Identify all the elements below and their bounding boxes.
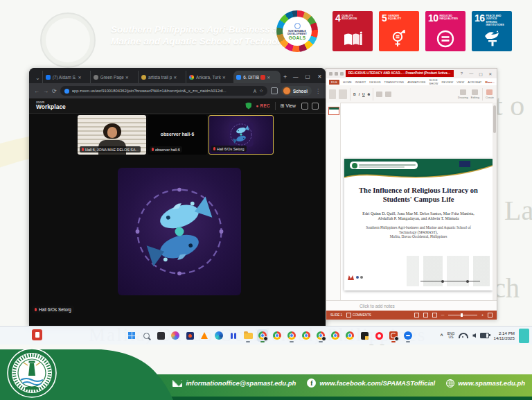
browser-tab-3[interactable]: artista trail p ✕ [138, 71, 186, 83]
wifi-icon[interactable] [459, 333, 468, 338]
chrome-profile-2-icon[interactable] [286, 329, 297, 342]
list-icon[interactable] [385, 92, 391, 97]
participant-tile-hall6-active[interactable]: Hall 6/Os Setorg [209, 115, 274, 155]
ribbon-tab-view[interactable]: VIEW [456, 80, 464, 84]
ppt-minimize-button[interactable]: — [468, 71, 475, 76]
browser-tab-5-active[interactable]: 6. DITIB ✕ [233, 71, 281, 83]
undo-icon[interactable] [335, 72, 338, 76]
ribbon-tab-animations[interactable]: ANIMATIONS [407, 80, 425, 84]
align-icon[interactable] [376, 92, 382, 97]
file-explorer-icon[interactable] [242, 329, 254, 342]
browser-tab-1[interactable]: (7) Aldam S. ✕ [42, 71, 90, 83]
slide-thumbnail-1[interactable]: 1 [328, 107, 339, 115]
tray-chevron-icon[interactable]: ^ [441, 333, 443, 338]
comments-button[interactable]: COMMENTS [346, 313, 371, 318]
new-tab-button[interactable]: + [281, 73, 290, 80]
powerpoint-taskbar-icon[interactable] [388, 329, 399, 342]
bold-button[interactable]: B [353, 92, 356, 96]
view-button[interactable]: ⊞ View [281, 103, 296, 109]
strikethrough-button[interactable]: S [368, 92, 370, 96]
opera-icon[interactable] [373, 329, 384, 342]
ribbon-tab-slideshow[interactable]: SLIDE SHOW [429, 78, 438, 85]
clock[interactable]: 2:14 PM 14/11/2025 [493, 331, 515, 341]
chrome-profile-5-icon[interactable] [330, 329, 341, 342]
slide-title[interactable]: The Influence of Religious Literacy on S… [344, 186, 493, 204]
italic-button[interactable]: I [359, 92, 360, 96]
chrome-profile-4-icon[interactable] [315, 329, 326, 342]
security-shield-icon[interactable] [245, 103, 251, 110]
zoom-slider-knob[interactable] [461, 313, 463, 317]
browser-maximize-button[interactable]: ▢ [301, 73, 313, 80]
zoom-in-button[interactable]: + [481, 313, 484, 317]
browser-menu-kebab-icon[interactable]: ⋮ [315, 88, 321, 94]
scrollbar-thumb[interactable] [493, 105, 496, 133]
new-slide-icon[interactable] [339, 89, 347, 99]
clipchamp-icon[interactable] [170, 329, 181, 342]
zoom-out-button[interactable]: — [441, 313, 445, 317]
ppt-close-button[interactable]: ✕ [486, 71, 494, 76]
save-icon[interactable] [329, 72, 332, 76]
language-indicator[interactable]: ENG US [447, 332, 455, 340]
footer-facebook[interactable]: f www.facebook.com/SPAMASTofficial [307, 379, 435, 388]
reload-button[interactable]: ⟳ [52, 88, 57, 94]
tab-close-icon[interactable]: ✕ [222, 75, 226, 80]
browser-tab-2[interactable]: Green Page ✕ [90, 71, 138, 83]
volume-icon[interactable] [472, 333, 476, 338]
browser-minimize-button[interactable]: — [290, 73, 301, 80]
chrome-active-icon[interactable] [257, 329, 268, 342]
expand-window-icon[interactable] [312, 103, 319, 110]
ribbon-tab-insert[interactable]: INSERT [355, 80, 366, 84]
slideshow-view-icon[interactable] [432, 313, 437, 318]
account-name[interactable]: Mace... [485, 80, 495, 84]
ribbon-tab-home[interactable]: HOME [343, 80, 352, 84]
office-hub-icon[interactable] [184, 329, 195, 342]
editing-group[interactable]: Editing [471, 89, 479, 99]
back-button[interactable]: ← [34, 88, 39, 94]
active-speaker-stage[interactable] [118, 168, 241, 295]
tab-close-icon[interactable]: ✕ [125, 75, 129, 80]
redo-icon[interactable] [340, 72, 344, 76]
ppt-restore-button[interactable]: ▢ [477, 71, 485, 76]
ppt-scrollbar[interactable] [493, 103, 497, 300]
ribbon-tab-review[interactable]: REVIEW [442, 80, 454, 84]
taskbar-widgets-icon[interactable] [32, 329, 42, 340]
ribbon-tab-acrobat[interactable]: ACROBAT [468, 80, 481, 84]
tab-close-icon[interactable]: ✕ [78, 75, 81, 80]
slide-sorter-view-icon[interactable] [423, 313, 428, 318]
translate-icon[interactable]: A [254, 89, 256, 94]
slide-canvas[interactable]: The Influence of Religious Literacy on S… [344, 159, 493, 290]
battery-icon[interactable] [480, 333, 489, 338]
edge-icon[interactable] [213, 329, 224, 342]
tab-close-icon[interactable]: ✕ [173, 75, 177, 80]
zoom-slider[interactable] [448, 315, 477, 315]
drawing-group[interactable]: Drawing [458, 89, 468, 99]
chrome-profile-6-icon[interactable] [344, 329, 355, 342]
ribbon-tab-transitions[interactable]: TRANSITIONS [384, 80, 405, 84]
blue-app-icon[interactable] [402, 329, 414, 342]
ribbon-tab-design[interactable]: DESIGN [369, 80, 380, 84]
browser-tab-4[interactable]: Ankara, Turk ✕ [186, 71, 233, 83]
create-pdf-group[interactable]: Create [486, 89, 494, 99]
vlc-icon[interactable] [199, 329, 210, 342]
forward-button[interactable]: → [43, 88, 48, 94]
paste-icon[interactable] [329, 89, 336, 99]
normal-view-icon[interactable] [414, 313, 419, 318]
underline-button[interactable]: U [362, 92, 365, 96]
ppt-help-button[interactable]: ? [458, 71, 466, 76]
chrome-profile-3-icon[interactable] [301, 329, 312, 342]
taskbar-search-icon[interactable] [141, 329, 152, 342]
fit-slide-icon[interactable] [488, 313, 493, 318]
participant-tile-observer[interactable]: observer hall-6 observer hall-6 [148, 115, 207, 155]
profile-chip[interactable]: School [281, 86, 312, 96]
browser-close-button[interactable]: ✕ [314, 73, 326, 80]
address-bar[interactable]: app.zoom.us/wc/91001804362/join?browserP… [60, 86, 267, 96]
side-panel-icon[interactable] [271, 87, 278, 94]
notes-area[interactable]: Click to add notes [326, 300, 497, 311]
slide-affiliation[interactable]: Southern Philippines Agri-business and M… [344, 225, 493, 239]
tab-close-icon[interactable]: ✕ [267, 75, 270, 80]
ribbon-tab-file[interactable]: FILE [329, 80, 339, 85]
tab-search-chevron[interactable]: ⌄ [33, 75, 42, 81]
task-view-icon[interactable] [155, 329, 166, 342]
bookmark-star-icon[interactable]: ☆ [259, 88, 263, 94]
idm-icon[interactable] [228, 329, 239, 342]
